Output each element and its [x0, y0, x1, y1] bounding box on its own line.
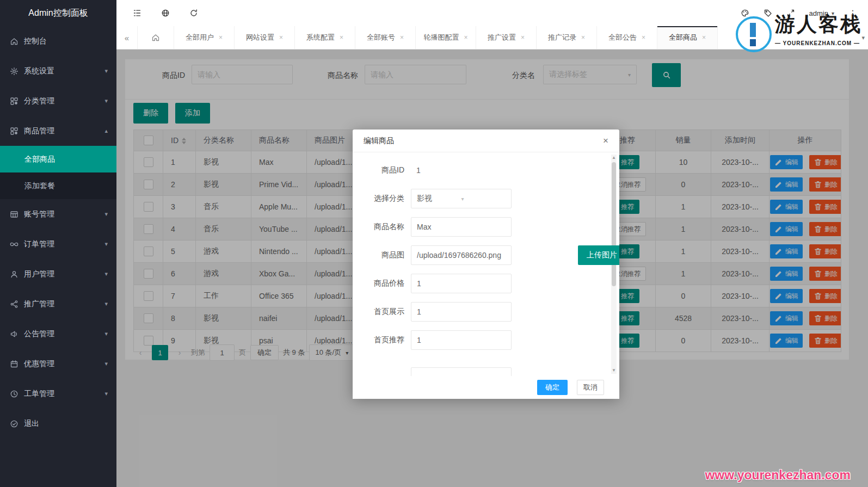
- tag-icon[interactable]: [764, 9, 772, 17]
- collapse-tabs-button[interactable]: «: [116, 26, 138, 49]
- coupon-icon: [10, 360, 19, 368]
- modal-title: 编辑商品: [364, 136, 603, 146]
- sidebar-item[interactable]: 优惠管理 ▾: [0, 349, 116, 379]
- sidebar-item-label: 商品管理: [24, 126, 104, 136]
- field-label: 商品ID: [358, 165, 404, 175]
- tab[interactable]: 推广设置 ×: [476, 26, 537, 49]
- admin-app: Admin控制面板 控制台 系统设置 ▾: [0, 0, 868, 487]
- tab[interactable]: 网站设置 ×: [235, 26, 295, 49]
- field-input-partial[interactable]: [411, 367, 512, 376]
- tabbar: « 全部用户 × 网站设置 × 系统配置 × 全部账号: [116, 26, 868, 50]
- product-id-value: 1: [411, 166, 517, 175]
- sidebar-item[interactable]: 账号管理 ▾: [0, 199, 116, 229]
- close-icon[interactable]: ×: [521, 34, 525, 41]
- chevron-icon: ▾: [104, 67, 108, 75]
- close-icon[interactable]: ×: [219, 34, 223, 41]
- chevron-icon: ▾: [104, 330, 108, 337]
- speaker-icon: [10, 330, 19, 338]
- field-input[interactable]: [411, 274, 512, 293]
- tab[interactable]: 全部商品 ×: [657, 26, 718, 49]
- chevron-icon: ▾: [104, 211, 108, 218]
- sidebar-item-label: 系统设置: [24, 66, 104, 76]
- palette-icon[interactable]: [741, 9, 749, 17]
- sidebar: Admin控制面板 控制台 系统设置 ▾: [0, 0, 116, 487]
- tab-label: 全部账号: [367, 33, 395, 42]
- tab-label: 全部用户: [186, 33, 214, 42]
- close-icon[interactable]: ×: [581, 34, 585, 41]
- user-icon: [10, 270, 19, 279]
- sidebar-item[interactable]: 退出: [0, 409, 116, 439]
- chevron-icon: ▾: [104, 300, 108, 307]
- field-input[interactable]: [411, 330, 512, 350]
- app-title: Admin控制面板: [0, 0, 116, 26]
- watermark-url: www.yourenkezhan.com: [705, 468, 851, 483]
- chevron-down-icon: ▾: [832, 10, 834, 16]
- field-input[interactable]: [411, 217, 512, 237]
- home-tab[interactable]: [138, 26, 174, 49]
- close-icon[interactable]: ×: [464, 34, 467, 41]
- tab-label: 网站设置: [246, 33, 274, 42]
- sidebar-item[interactable]: 订单管理 ▾: [0, 229, 116, 259]
- upload-image-button[interactable]: 上传图片: [578, 245, 619, 265]
- goods-icon: [10, 127, 19, 135]
- sidebar-subitem[interactable]: 添加套餐: [0, 172, 116, 199]
- sidebar-item-label: 分类管理: [24, 96, 104, 106]
- field-label: 商品图: [358, 250, 404, 260]
- close-icon[interactable]: ×: [400, 34, 404, 41]
- sidebar-item[interactable]: 控制台: [0, 26, 116, 56]
- sidebar-item-label: 退出: [24, 419, 108, 429]
- tab[interactable]: 全部用户 ×: [174, 26, 235, 49]
- menu-toggle-icon[interactable]: [133, 9, 141, 17]
- field-label: 首页展示: [358, 307, 404, 317]
- image-path-input[interactable]: [411, 245, 512, 265]
- modal-body: ▲ ▼ 商品ID 1 选择分类: [353, 152, 619, 376]
- sidebar-item[interactable]: 工单管理 ▾: [0, 379, 116, 409]
- scroll-up-icon[interactable]: ▲: [611, 155, 617, 161]
- fullscreen-icon[interactable]: [786, 9, 795, 17]
- tab[interactable]: 全部账号 ×: [355, 26, 416, 49]
- tab-label: 推广设置: [488, 33, 516, 42]
- tab-label: 系统配置: [306, 33, 335, 42]
- category-icon: [10, 97, 19, 106]
- tab[interactable]: 轮播图配置 ×: [416, 26, 476, 49]
- tab[interactable]: 全部公告 ×: [597, 26, 657, 49]
- cancel-button[interactable]: 取消: [577, 380, 604, 395]
- sidebar-item[interactable]: 推广管理 ▾: [0, 289, 116, 319]
- share-icon: [10, 300, 19, 309]
- tab[interactable]: 推广记录 ×: [537, 26, 597, 49]
- close-icon[interactable]: ×: [603, 136, 608, 145]
- topbar: admin ▾ ⋮: [116, 0, 868, 26]
- chevron-icon: ▾: [104, 241, 108, 248]
- refresh-icon[interactable]: [189, 9, 198, 17]
- more-options-icon[interactable]: ⋮: [848, 8, 857, 19]
- chevron-icon: ▾: [104, 360, 108, 367]
- globe-icon[interactable]: [161, 9, 170, 17]
- sidebar-item[interactable]: 分类管理 ▾: [0, 86, 116, 116]
- content-area: 商品ID 商品名称 分类名 请选择标签 ▾ 删除 添加: [116, 50, 868, 487]
- home-icon: [151, 33, 160, 42]
- sidebar-item[interactable]: 公告管理 ▾: [0, 319, 116, 349]
- sidebar-item-label: 用户管理: [24, 269, 104, 279]
- sidebar-item-label: 控制台: [24, 36, 108, 46]
- sidebar-subitem[interactable]: 全部商品: [0, 146, 116, 172]
- sidebar-item[interactable]: 商品管理 ▴: [0, 116, 116, 146]
- sidebar-item-label: 优惠管理: [24, 359, 104, 369]
- sidebar-item-label: 订单管理: [24, 239, 104, 249]
- sidebar-item-label: 账号管理: [24, 209, 104, 219]
- confirm-button[interactable]: 确定: [537, 380, 568, 395]
- home-icon: [10, 37, 19, 46]
- close-icon[interactable]: ×: [702, 34, 706, 41]
- sidebar-item[interactable]: 系统设置 ▾: [0, 56, 116, 86]
- tab-label: 全部公告: [608, 33, 637, 42]
- close-icon[interactable]: ×: [642, 34, 645, 41]
- field-input[interactable]: [411, 302, 512, 322]
- tab[interactable]: 系统配置 ×: [295, 26, 355, 49]
- admin-menu[interactable]: admin ▾: [809, 9, 834, 17]
- close-icon[interactable]: ×: [279, 34, 283, 41]
- order-icon: [10, 240, 19, 249]
- sidebar-item[interactable]: 用户管理 ▾: [0, 259, 116, 289]
- tab-overflow-button[interactable]: ▾: [861, 26, 865, 49]
- category-select[interactable]: 影视 ▾: [411, 189, 512, 208]
- sidebar-subitem-label: 全部商品: [24, 155, 55, 164]
- close-icon[interactable]: ×: [340, 34, 343, 41]
